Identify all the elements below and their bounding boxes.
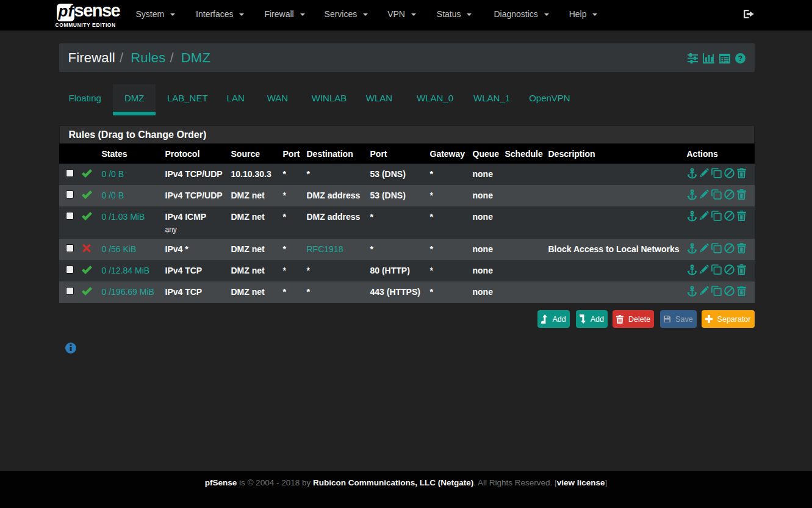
svg-text:?: ? (738, 54, 742, 63)
